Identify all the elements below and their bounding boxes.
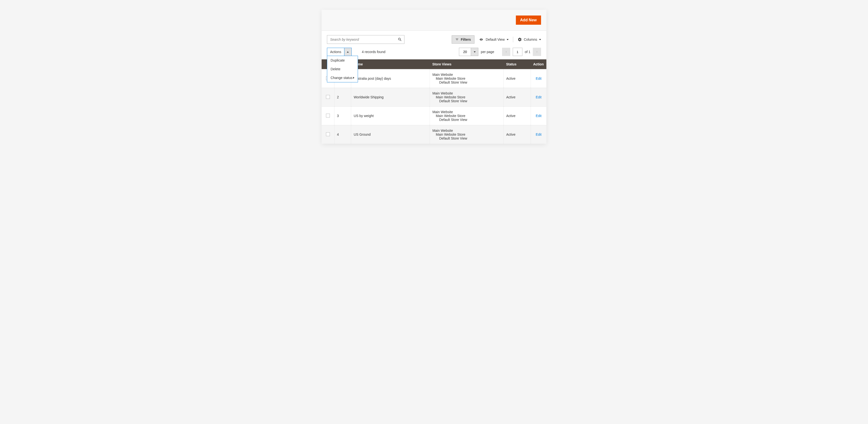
edit-link[interactable]: Edit	[536, 77, 541, 81]
actions-button[interactable]: Actions	[327, 48, 344, 56]
page-number-input[interactable]	[513, 48, 522, 56]
columns-control[interactable]: Columns	[518, 37, 541, 42]
cell-action: Edit	[531, 125, 547, 144]
dropdown-item-duplicate[interactable]: Duplicate	[327, 56, 358, 65]
caret-up-icon	[347, 51, 349, 53]
grid-second-row: Actions Duplicate Delete Change status	[321, 44, 547, 59]
cell-action: Edit	[531, 88, 547, 107]
cell-id: 2	[335, 88, 351, 107]
store-store: Main Website Store	[432, 114, 501, 118]
cell-id: 3	[335, 107, 351, 125]
chevron-right-icon	[536, 51, 538, 53]
row-checkbox[interactable]	[326, 114, 330, 118]
page-header: Add New	[321, 10, 547, 31]
header-status[interactable]: Status	[504, 59, 531, 69]
table-row: 2 Worldwide Shipping Main Website Main W…	[321, 88, 547, 107]
cell-action: Edit	[531, 107, 547, 125]
edit-link[interactable]: Edit	[536, 95, 541, 99]
default-view-control[interactable]: Default View	[479, 37, 508, 41]
cell-store-views: Main Website Main Website Store Default …	[430, 69, 504, 88]
pagination-group: per page of 1	[459, 48, 541, 56]
records-found-text: 4 records found	[362, 50, 385, 54]
edit-link[interactable]: Edit	[536, 114, 541, 118]
columns-label: Columns	[524, 37, 537, 41]
row-checkbox[interactable]	[326, 132, 330, 136]
actions-dropdown-group: Actions Duplicate Delete Change status	[327, 48, 352, 56]
grid-controls-row: Filters Default View Columns	[321, 31, 547, 44]
cell-store-views: Main Website Main Website Store Default …	[430, 125, 504, 144]
cell-action: Edit	[531, 69, 547, 88]
store-website: Main Website	[432, 129, 501, 132]
funnel-icon	[455, 38, 459, 41]
store-website: Main Website	[432, 73, 501, 77]
caret-down-icon	[507, 39, 508, 40]
cell-status: Active	[504, 125, 531, 144]
cell-status: Active	[504, 88, 531, 107]
dropdown-item-delete[interactable]: Delete	[327, 65, 358, 73]
cell-name: US by weight	[351, 107, 430, 125]
cell-store-views: Main Website Main Website Store Default …	[430, 88, 504, 107]
actions-caret-button[interactable]	[344, 48, 352, 56]
dropdown-item-label: Change status	[331, 76, 352, 80]
page-size-input[interactable]	[459, 48, 471, 56]
cell-checkbox	[321, 88, 335, 107]
submenu-arrow-icon	[353, 77, 354, 79]
table-row: 3 US by weight Main Website Main Website…	[321, 107, 547, 125]
eye-icon	[479, 38, 484, 41]
cell-checkbox	[321, 125, 335, 144]
header-action: Action	[531, 59, 547, 69]
divider	[513, 37, 513, 42]
store-website: Main Website	[432, 91, 501, 95]
next-page-button[interactable]	[533, 48, 541, 56]
caret-down-icon	[474, 51, 476, 53]
store-view: Default Store View	[432, 99, 501, 103]
gear-icon	[518, 37, 522, 42]
page-size-caret-button[interactable]	[471, 48, 478, 56]
caret-down-icon	[539, 39, 541, 40]
store-store: Main Website Store	[432, 132, 501, 137]
cell-name: US Ground	[351, 125, 430, 144]
filters-button[interactable]: Filters	[452, 35, 474, 43]
prev-page-button[interactable]	[502, 48, 510, 56]
row-checkbox[interactable]	[326, 95, 330, 99]
cell-id: 4	[335, 125, 351, 144]
edit-link[interactable]: Edit	[536, 132, 541, 137]
store-website: Main Website	[432, 110, 501, 114]
header-store-views[interactable]: Store Views	[430, 59, 504, 69]
chevron-left-icon	[505, 51, 507, 53]
cell-store-views: Main Website Main Website Store Default …	[430, 107, 504, 125]
of-pages-label: of 1	[525, 50, 530, 54]
store-view: Default Store View	[432, 81, 501, 84]
filters-label: Filters	[461, 37, 471, 41]
right-controls: Filters Default View Columns	[452, 35, 541, 43]
store-view: Default Store View	[432, 118, 501, 122]
cell-name: Worldwide Shipping	[351, 88, 430, 107]
cell-status: Active	[504, 107, 531, 125]
search-icon[interactable]	[398, 37, 402, 42]
actions-dropdown-menu: Duplicate Delete Change status	[327, 56, 358, 82]
admin-grid-panel: Add New Filters Default View Columns	[321, 10, 547, 144]
dropdown-item-change-status[interactable]: Change status	[327, 73, 358, 82]
cell-name: Australia post {day} days	[351, 69, 430, 88]
store-view: Default Store View	[432, 137, 501, 140]
search-input[interactable]	[327, 35, 404, 44]
cell-checkbox	[321, 107, 335, 125]
store-store: Main Website Store	[432, 95, 501, 99]
header-name[interactable]: Name	[351, 59, 430, 69]
add-new-button[interactable]: Add New	[516, 16, 541, 25]
dropdown-item-label: Delete	[331, 67, 340, 71]
dropdown-item-label: Duplicate	[331, 58, 345, 62]
search-wrap	[327, 35, 404, 44]
table-row: 4 US Ground Main Website Main Website St…	[321, 125, 547, 144]
store-store: Main Website Store	[432, 77, 501, 81]
cell-status: Active	[504, 69, 531, 88]
per-page-label: per page	[481, 50, 494, 54]
left-second: Actions Duplicate Delete Change status	[327, 48, 385, 56]
default-view-label: Default View	[486, 37, 504, 41]
